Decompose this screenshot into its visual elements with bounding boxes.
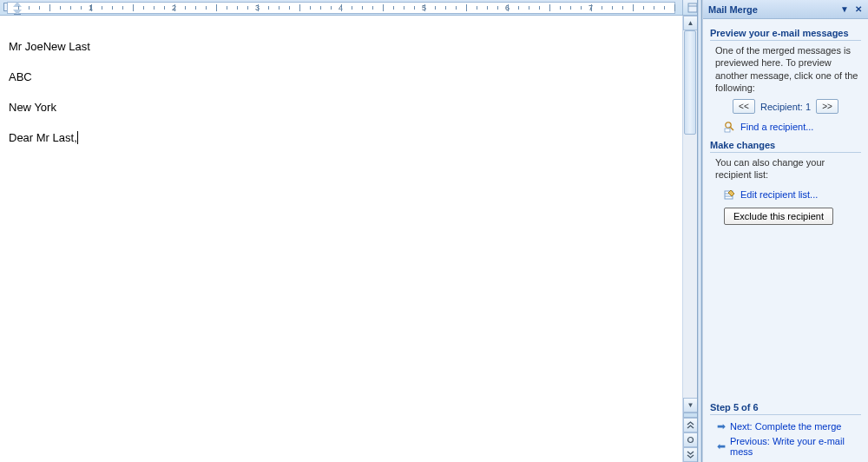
find-recipient-link[interactable]: Find a recipient...: [740, 122, 813, 132]
svg-rect-0: [688, 3, 697, 12]
recipient-indicator: Recipient: 1: [760, 102, 811, 112]
preview-help-text: One of the merged messages is previewed …: [710, 44, 861, 94]
document-body[interactable]: Mr JoeNew Last ABC New York Dear Mr Last…: [0, 16, 682, 462]
edit-list-icon: [724, 188, 736, 201]
changes-help-text: You can also change your recipient list:: [710, 156, 861, 182]
svg-rect-5: [725, 129, 730, 132]
find-icon: [724, 121, 736, 133]
doc-line-3: New York: [9, 101, 674, 116]
recipient-nav: << Recipient: 1 >>: [710, 99, 861, 114]
task-pane-footer: Step 5 of 6 ➡ Next: Complete the merge ⬅…: [710, 399, 861, 459]
next-page-button[interactable]: [683, 447, 698, 462]
edit-list-row[interactable]: Edit recipient list...: [710, 187, 861, 204]
svg-point-2: [688, 438, 694, 443]
task-pane-menu-button[interactable]: ▼: [838, 3, 851, 16]
task-pane-title: Mail Merge: [708, 4, 758, 15]
doc-line-4: Dear Mr Last,: [9, 131, 674, 146]
svg-line-4: [731, 128, 734, 131]
arrow-right-icon: ➡: [717, 420, 726, 432]
prev-step-row[interactable]: ⬅ Previous: Write your e-mail mess: [710, 434, 861, 459]
browse-circle-icon: [687, 436, 694, 444]
exclude-recipient-button[interactable]: Exclude this recipient: [724, 208, 833, 225]
document-area: 1234567 Mr JoeNew Last ABC New York Dear…: [0, 0, 702, 462]
doc-line-4-text: Dear Mr Last,: [9, 131, 77, 144]
mail-merge-task-pane: Mail Merge ▼ ✕ Preview your e-mail messa…: [702, 0, 868, 462]
prev-recipient-button[interactable]: <<: [733, 99, 755, 114]
prev-step-link[interactable]: Previous: Write your e-mail mess: [730, 436, 861, 457]
arrow-left-icon: ⬅: [717, 440, 726, 452]
preview-section-title: Preview your e-mail messages: [710, 24, 861, 41]
task-pane-close-button[interactable]: ✕: [852, 3, 865, 16]
step-indicator: Step 5 of 6: [710, 399, 861, 415]
scroll-up-arrow[interactable]: ▲: [683, 16, 698, 30]
scroll-thumb[interactable]: [684, 30, 696, 135]
doc-line-1: Mr JoeNew Last: [9, 40, 674, 55]
find-recipient-row[interactable]: Find a recipient...: [710, 119, 861, 136]
ruler-scale[interactable]: 1234567: [7, 2, 675, 14]
edit-recipient-list-link[interactable]: Edit recipient list...: [740, 189, 818, 200]
prev-page-button[interactable]: [683, 418, 698, 432]
double-down-icon: [687, 451, 694, 459]
svg-point-3: [726, 122, 731, 128]
changes-section-title: Make changes: [710, 136, 861, 153]
next-step-link[interactable]: Next: Complete the merge: [730, 421, 841, 432]
scroll-down-arrow[interactable]: ▼: [683, 398, 698, 412]
browse-object-button[interactable]: [683, 432, 698, 447]
first-line-indent-marker[interactable]: [13, 2, 22, 7]
next-step-row[interactable]: ➡ Next: Complete the merge: [710, 419, 861, 434]
scroll-track[interactable]: [683, 30, 697, 393]
doc-line-2: ABC: [9, 70, 674, 85]
double-up-icon: [687, 421, 694, 429]
text-cursor: [77, 131, 78, 144]
task-pane-body: Preview your e-mail messages One of the …: [703, 19, 868, 228]
next-recipient-button[interactable]: >>: [816, 99, 838, 114]
task-pane-header: Mail Merge ▼ ✕: [703, 0, 868, 19]
vertical-scrollbar[interactable]: ▲ ▼: [682, 16, 697, 462]
horizontal-ruler[interactable]: 1234567: [0, 0, 682, 16]
